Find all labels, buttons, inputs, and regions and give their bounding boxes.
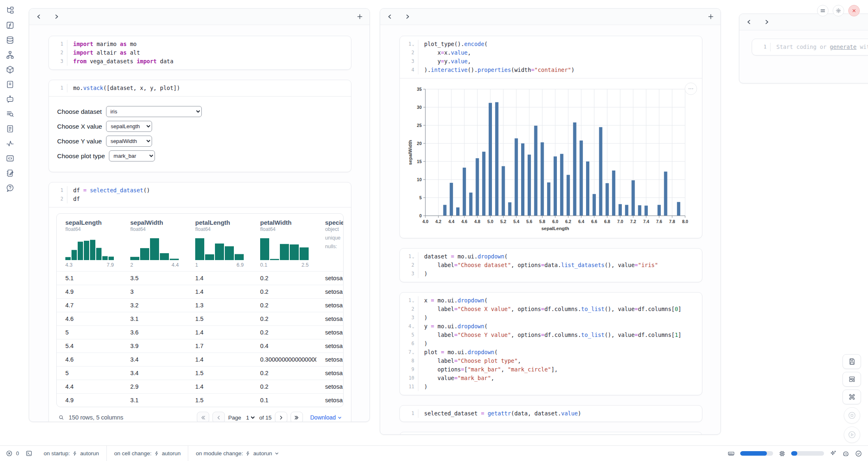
- table-cell: 1.7: [187, 343, 252, 349]
- altair-chart[interactable]: 4.04.24.44.64.85.05.25.45.65.86.06.26.46…: [405, 83, 699, 236]
- fold-chevron-icon[interactable]: ⌄: [412, 255, 414, 259]
- line-number: 1: [400, 409, 418, 418]
- table-row[interactable]: 4.63.41.40.30000000000000004setosa: [57, 353, 343, 366]
- shutdown-close-icon[interactable]: [848, 5, 860, 16]
- code-editor[interactable]: 1plot_type = getattr(alt.Chart(df), plot…: [400, 432, 702, 435]
- code-editor[interactable]: 1selected_dataset = getattr(data, datase…: [400, 406, 702, 422]
- ai-chat-icon[interactable]: [4, 95, 16, 104]
- chevron-right-icon[interactable]: [404, 14, 411, 20]
- code-editor[interactable]: 1df = selected_dataset()2df: [49, 182, 351, 207]
- table-row[interactable]: 5.13.51.40.2setosa: [57, 271, 343, 285]
- code-editor[interactable]: 1mo.vstack([dataset, x, y, plot]): [49, 80, 351, 96]
- cell-empty-editor[interactable]: 1Start coding or generate with: [752, 39, 868, 55]
- chart-menu-icon[interactable]: [685, 83, 697, 95]
- code-editor[interactable]: 1⌄plot_type().encode(2 x=x.value,3 y=y.v…: [400, 36, 702, 78]
- ai-sparkles-icon[interactable]: [829, 450, 837, 457]
- code-line-text: label="Choose dataset", options=data.lis…: [418, 261, 702, 270]
- settings-gear-icon[interactable]: [833, 5, 844, 16]
- table-row[interactable]: 4.93.11.50.1setosa: [57, 393, 343, 407]
- table-row[interactable]: 53.41.50.2setosa: [57, 366, 343, 380]
- last-page-button[interactable]: [291, 412, 303, 422]
- connection-status-icon[interactable]: [855, 450, 862, 457]
- dropdown-choose-y-value[interactable]: sepalWidth: [106, 136, 152, 147]
- table-row[interactable]: 5.43.91.70.4setosa: [57, 339, 343, 353]
- add-cell-icon[interactable]: [708, 14, 714, 20]
- datasources-icon[interactable]: [4, 35, 16, 44]
- logs-icon[interactable]: [4, 80, 16, 89]
- code-editor[interactable]: 1import marimo as mo2import altair as al…: [49, 36, 351, 69]
- dropdown-choose-plot-type[interactable]: mark_bar: [109, 150, 155, 161]
- search-icon[interactable]: [58, 414, 65, 421]
- cell-selected-dataset[interactable]: 1selected_dataset = getattr(data, datase…: [399, 405, 702, 422]
- table-row[interactable]: 4.931.40.2setosa: [57, 285, 343, 298]
- column-header-petalWidth[interactable]: petalWidth float640.12.5: [252, 214, 316, 271]
- dropdown-choose-dataset[interactable]: iris: [106, 106, 202, 117]
- packages-icon[interactable]: [4, 65, 16, 74]
- svg-text:6.4: 6.4: [578, 219, 584, 224]
- line-number: 1: [752, 43, 770, 51]
- column-header-sepalWidth[interactable]: sepalWidth float6424.4: [122, 214, 187, 271]
- svg-text:6.6: 6.6: [591, 219, 597, 224]
- svg-text:15: 15: [417, 159, 422, 164]
- cell-xy-plot-dropdowns[interactable]: 1⌄x = mo.ui.dropdown(2 label="Choose X v…: [399, 292, 702, 395]
- run-button[interactable]: [844, 426, 860, 443]
- fold-chevron-icon[interactable]: ⌄: [412, 42, 414, 46]
- cell-dataframe[interactable]: 1df = selected_dataset()2df sepalLength …: [48, 182, 351, 422]
- download-button[interactable]: Download: [310, 414, 342, 421]
- variables-icon[interactable]: [4, 21, 16, 30]
- column-header-species[interactable]: species objectuniquenulls:: [316, 214, 344, 271]
- documentation-icon[interactable]: [4, 124, 16, 133]
- table-row[interactable]: 4.42.91.40.2setosa: [57, 380, 343, 393]
- notebook-icon[interactable]: [4, 168, 16, 177]
- cell-vstack[interactable]: 1mo.vstack([dataset, x, y, plot]) Choose…: [48, 80, 351, 172]
- fold-chevron-icon[interactable]: ⌄: [412, 299, 414, 303]
- cell-imports[interactable]: 1import marimo as mo2import altair as al…: [48, 36, 351, 70]
- chevron-left-icon[interactable]: [746, 19, 752, 25]
- dropdown-choose-x-value[interactable]: sepalLength: [106, 121, 152, 132]
- chevron-left-icon[interactable]: [36, 14, 42, 20]
- add-cell-icon[interactable]: [357, 14, 363, 20]
- column-header-sepalLength[interactable]: sepalLength float644.37.9: [57, 214, 122, 271]
- copilot-icon[interactable]: [842, 450, 850, 457]
- column-histogram: [195, 236, 244, 260]
- tracing-icon[interactable]: [4, 139, 16, 148]
- runtime-on-module-change[interactable]: on module change: autorun: [188, 446, 286, 461]
- code-editor[interactable]: 1⌄dataset = mo.ui.dropdown(2 label="Choo…: [400, 249, 702, 282]
- errors-icon[interactable]: [6, 450, 13, 457]
- stop-button[interactable]: [844, 407, 860, 424]
- menu-icon[interactable]: [817, 5, 829, 16]
- terminal-icon[interactable]: [25, 450, 32, 457]
- command-palette-button[interactable]: [843, 390, 861, 404]
- table-row[interactable]: 4.63.11.50.2setosa: [57, 312, 343, 325]
- chevron-right-icon[interactable]: [53, 14, 60, 20]
- snippets-icon[interactable]: [4, 154, 16, 163]
- prev-page-button[interactable]: [212, 412, 225, 422]
- cell-dataset-dropdown[interactable]: 1⌄dataset = mo.ui.dropdown(2 label="Choo…: [399, 248, 702, 282]
- chevron-left-icon[interactable]: [387, 14, 393, 20]
- runtime-on-startup[interactable]: on startup: autorun: [36, 446, 107, 461]
- first-page-button[interactable]: [197, 412, 209, 422]
- layout-button[interactable]: [843, 372, 861, 387]
- cell-plot-type[interactable]: 1plot_type = getattr(alt.Chart(df), plot…: [399, 432, 702, 435]
- save-button[interactable]: [843, 354, 861, 369]
- dependency-graph-icon[interactable]: [4, 50, 16, 59]
- file-tree-icon[interactable]: [4, 6, 16, 15]
- table-row[interactable]: 53.61.40.2setosa: [57, 325, 343, 339]
- next-page-button[interactable]: [275, 412, 287, 422]
- scratchpad-icon[interactable]: [4, 109, 16, 118]
- svg-text:5.0: 5.0: [487, 219, 494, 224]
- runtime-on-cell-change[interactable]: on cell change: autorun: [107, 446, 189, 461]
- fold-chevron-icon[interactable]: ⌄: [412, 325, 414, 329]
- column-header-petalLength[interactable]: petalLength float6416.9: [187, 214, 252, 271]
- cell-plot[interactable]: 1⌄plot_type().encode(2 x=x.value,3 y=y.v…: [399, 36, 702, 238]
- svg-text:30: 30: [417, 105, 422, 110]
- help-icon[interactable]: [4, 183, 16, 192]
- fold-chevron-icon[interactable]: ⌄: [412, 350, 414, 355]
- code-editor[interactable]: 1Start coding or generate with: [752, 39, 868, 55]
- table-row[interactable]: 4.73.21.30.2setosa: [57, 298, 343, 312]
- histogram-range: 0.12.5: [260, 262, 309, 268]
- page-select[interactable]: 1: [245, 414, 256, 421]
- chevron-right-icon[interactable]: [764, 19, 770, 25]
- chevron-down-icon: [275, 451, 279, 456]
- code-editor[interactable]: 1⌄x = mo.ui.dropdown(2 label="Choose X v…: [400, 293, 702, 395]
